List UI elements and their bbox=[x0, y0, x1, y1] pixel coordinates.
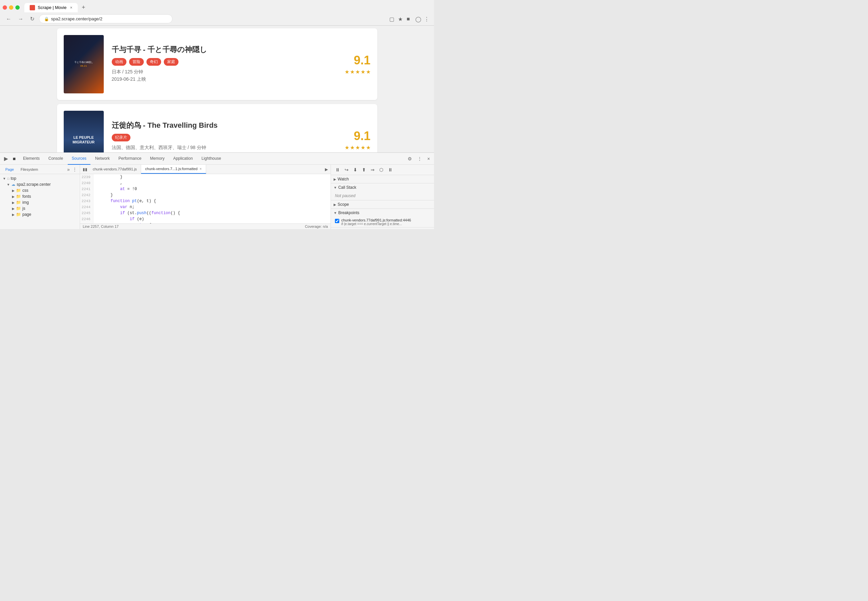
deactivate-breakpoints-btn[interactable]: ⬡ bbox=[378, 166, 385, 174]
code-line: 2240 , bbox=[80, 180, 331, 186]
code-area[interactable]: 2239 } 2240 , 2241 at = !0 2242 } bbox=[80, 174, 331, 223]
watch-header[interactable]: ▶ Watch bbox=[331, 175, 434, 183]
chevron-down-icon: ▼ bbox=[7, 183, 10, 186]
step-btn[interactable]: ⇒ bbox=[369, 166, 376, 174]
chevron-right-icon: ▶ bbox=[12, 201, 15, 204]
tab-sources[interactable]: Sources bbox=[68, 153, 90, 165]
not-paused-text: Not paused bbox=[335, 194, 355, 198]
bookmark-icon[interactable]: ★ bbox=[398, 16, 404, 22]
browser-tab[interactable]: Scrape | Movie × bbox=[24, 3, 78, 12]
menu-icon[interactable]: ⋮ bbox=[424, 16, 430, 22]
panel-tab-filesystem[interactable]: Filesystem bbox=[18, 165, 41, 174]
step-out-btn[interactable]: ⬆ bbox=[360, 166, 368, 174]
code-line: 2242 } bbox=[80, 192, 331, 198]
close-window-btn[interactable] bbox=[3, 5, 7, 10]
devtools-panel: ▶ ◾ Elements Console Sources Network Per… bbox=[0, 153, 434, 229]
inspect-element-btn[interactable]: ▶ bbox=[3, 154, 9, 163]
devtools-toolbar: ▶ ◾ Elements Console Sources Network Per… bbox=[0, 153, 434, 165]
code-panel: ▮▮ chunk-vendors.77daf991.js chunk-vendo… bbox=[80, 165, 331, 229]
tab-console[interactable]: Console bbox=[44, 153, 67, 165]
panel-tab-page[interactable]: Page bbox=[3, 165, 17, 174]
tree-item-host[interactable]: ▼ ☁ spa2.scrape.center bbox=[0, 182, 80, 188]
tree-label-js: js bbox=[22, 206, 25, 211]
line-content: } bbox=[93, 192, 113, 198]
line-content: } bbox=[93, 174, 122, 180]
line-number: 2239 bbox=[80, 174, 93, 180]
code-tab-close-btn[interactable]: × bbox=[200, 167, 201, 171]
browser-actions: ▢ ★ ■ ◯ ⋮ bbox=[389, 16, 430, 22]
folder-icon: 📁 bbox=[16, 188, 21, 193]
forward-btn[interactable]: → bbox=[16, 15, 25, 23]
tree-item-css[interactable]: ▶ 📁 css bbox=[0, 188, 80, 194]
star-half: ★ bbox=[366, 145, 371, 151]
panel-options-btn[interactable]: ⋮ bbox=[72, 167, 77, 172]
line-number: 2245 bbox=[80, 210, 93, 216]
debug-panel: ⏸ ↪ ⬇ ⬆ ⇒ ⬡ ⏸ ▶ Watch ▼ Call Stack bbox=[331, 165, 434, 229]
code-line: 2245 if (st.push((function() { bbox=[80, 210, 331, 216]
panel-more-btn[interactable]: » bbox=[67, 167, 70, 172]
chevron-right-icon: ▶ bbox=[12, 189, 15, 192]
device-toggle-btn[interactable]: ◾ bbox=[10, 155, 18, 163]
extensions-icon[interactable]: ■ bbox=[407, 16, 413, 22]
pause-btn[interactable]: ⏸ bbox=[334, 166, 342, 174]
cast-icon[interactable]: ▢ bbox=[389, 16, 395, 22]
folder-icon: 📁 bbox=[16, 200, 21, 205]
panel-tabs: Page Filesystem » ⋮ bbox=[0, 165, 80, 174]
scope-header[interactable]: ▶ Scope bbox=[331, 200, 434, 209]
tree-item-page[interactable]: ▶ 📁 page bbox=[0, 212, 80, 217]
tree-item-js[interactable]: ▶ 📁 js bbox=[0, 206, 80, 212]
tree-label-top: top bbox=[11, 176, 16, 181]
back-btn[interactable]: ← bbox=[4, 15, 13, 23]
code-line: 2244 var n; bbox=[80, 204, 331, 210]
tab-application[interactable]: Application bbox=[169, 153, 197, 165]
breakpoint-checkbox[interactable] bbox=[335, 219, 339, 223]
new-tab-btn[interactable]: + bbox=[79, 3, 88, 12]
close-devtools-btn[interactable]: × bbox=[426, 155, 431, 163]
tab-close-btn[interactable]: × bbox=[70, 5, 72, 10]
breakpoints-header[interactable]: ▼ Breakpoints bbox=[331, 209, 434, 217]
movie-poster: LE PEUPLEMIGRATEUR bbox=[64, 111, 104, 153]
reload-btn[interactable]: ↻ bbox=[28, 15, 37, 23]
tag-animation: 动画 bbox=[112, 58, 127, 66]
code-tab-formatted[interactable]: chunk-vendors.7...1.js:formatted × bbox=[141, 165, 206, 174]
tree-item-fonts[interactable]: ▶ 📁 fonts bbox=[0, 194, 80, 200]
tab-elements[interactable]: Elements bbox=[19, 153, 44, 165]
code-tab-raw[interactable]: chunk-vendors.77daf991.js bbox=[89, 165, 141, 174]
page-content: 千と千尋の神隠し 06.21 千与千寻 - 千と千尋の神隠し 动画 冒险 奇幻 … bbox=[0, 26, 434, 153]
tab-lighthouse[interactable]: Lighthouse bbox=[197, 153, 225, 165]
cloud-icon: ☁ bbox=[11, 182, 15, 187]
devtools-body: Page Filesystem » ⋮ ▼ □ top ▼ ☁ spa2.scr… bbox=[0, 165, 434, 229]
profile-icon[interactable]: ◯ bbox=[415, 16, 421, 22]
tree-item-top[interactable]: ▼ □ top bbox=[0, 175, 80, 182]
tree-item-img[interactable]: ▶ 📁 img bbox=[0, 200, 80, 206]
maximize-window-btn[interactable] bbox=[15, 5, 20, 10]
movie-meta-1: 法国、德国、意大利、西班牙、瑞士 / 98 分钟 bbox=[112, 145, 338, 151]
settings-btn[interactable]: ⚙ bbox=[406, 155, 413, 163]
tab-network[interactable]: Network bbox=[91, 153, 114, 165]
callstack-content: Not paused bbox=[331, 191, 434, 200]
line-content: if (e) bbox=[93, 216, 144, 222]
file-tree: ▼ □ top ▼ ☁ spa2.scrape.center ▶ 📁 css ▶… bbox=[0, 174, 80, 229]
line-number: 2246 bbox=[80, 216, 93, 222]
chevron-right-icon: ▶ bbox=[334, 203, 336, 206]
minimize-window-btn[interactable] bbox=[9, 5, 13, 10]
tab-bar: Scrape | Movie × + bbox=[0, 0, 434, 12]
step-over-btn[interactable]: ↪ bbox=[343, 166, 350, 174]
tab-performance[interactable]: Performance bbox=[114, 153, 145, 165]
pause-on-exceptions-btn[interactable]: ⏸ bbox=[386, 166, 394, 174]
code-line: 2246 if (e) bbox=[80, 216, 331, 222]
breakpoint-info: chunk-vendors.77daf991.js:formatted:4446… bbox=[341, 218, 411, 226]
callstack-header[interactable]: ▼ Call Stack bbox=[331, 183, 434, 191]
movie-card: LE PEUPLEMIGRATEUR 迁徙的鸟 - The Travelling… bbox=[57, 104, 377, 153]
step-into-btn[interactable]: ⬇ bbox=[352, 166, 359, 174]
expand-code-btn[interactable]: ▶ bbox=[325, 167, 328, 172]
line-content: function pt(e, t) { bbox=[93, 198, 156, 204]
more-options-btn[interactable]: ⋮ bbox=[416, 155, 423, 163]
url-input[interactable]: 🔒 spa2.scrape.center/page/2 bbox=[39, 14, 172, 23]
poster-text: LE PEUPLEMIGRATEUR bbox=[70, 133, 98, 147]
navigate-files-icon[interactable]: ▮▮ bbox=[83, 167, 87, 172]
tab-title: Scrape | Movie bbox=[38, 5, 66, 10]
star-3: ★ bbox=[355, 69, 360, 75]
breakpoint-code: if (e.target === e.currentTarget || e.ti… bbox=[341, 222, 411, 226]
tab-memory[interactable]: Memory bbox=[146, 153, 168, 165]
